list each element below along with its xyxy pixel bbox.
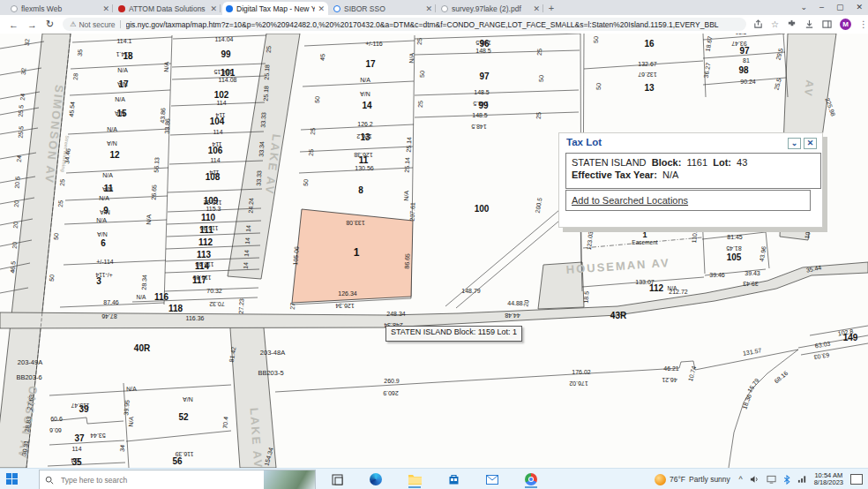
browser-menu-icon[interactable]: ⋮ xyxy=(859,19,868,29)
panel-title: Tax Lot xyxy=(566,137,602,147)
mail-icon[interactable] xyxy=(483,470,501,488)
dimension-label: 25 xyxy=(535,112,542,119)
dimension-label: 81.45 xyxy=(727,234,743,240)
url-text[interactable]: gis.nyc.gov/taxmap/map.htm?z=10&p=%20%20… xyxy=(126,20,719,29)
notification-center-icon[interactable] xyxy=(850,474,863,485)
dimension-label: 114 xyxy=(212,141,221,147)
tray-chevron-icon[interactable]: ^ xyxy=(738,475,742,484)
dimension-label: 114 xyxy=(213,129,222,135)
add-to-searched-locations-link[interactable]: Add to Searched Locations xyxy=(572,195,688,206)
dimension-label: 126.2 xyxy=(356,133,372,139)
dimension-label: BB203-6 xyxy=(16,373,41,381)
panel-close-icon[interactable]: ✕ xyxy=(804,138,817,149)
search-daily-image[interactable] xyxy=(264,470,315,489)
dimension-label: N/A xyxy=(126,386,137,393)
dimension-label: 260.9 xyxy=(383,390,399,396)
tab-flexmls[interactable]: flexmls Web ✕ xyxy=(7,2,113,15)
download-icon[interactable] xyxy=(804,19,814,29)
reload-button[interactable]: ↻ xyxy=(46,19,54,30)
dimension-label: 25.14 xyxy=(406,137,413,153)
tab-close-icon[interactable]: ✕ xyxy=(318,4,325,13)
volume-icon[interactable] xyxy=(750,475,760,484)
window-maximize-button[interactable]: ▢ xyxy=(836,3,844,11)
lot-number-label: 1 xyxy=(354,246,360,259)
dimension-label: N/A xyxy=(117,81,128,87)
taskbar-weather[interactable]: 76°F Partly sunny xyxy=(655,469,730,489)
dimension-label: 50 xyxy=(595,83,602,90)
lot-label: Lot: xyxy=(713,157,731,168)
address-bar[interactable]: ⚠ Not secure gis.nyc.gov/taxmap/map.htm?… xyxy=(63,18,746,31)
dimension-label: 28.34 xyxy=(141,275,148,290)
network-icon[interactable] xyxy=(797,475,807,484)
dimension-label: 90.24 xyxy=(740,79,756,85)
dimension-label: 114.04 xyxy=(215,36,234,42)
dimension-label: N/A xyxy=(360,91,370,97)
block-label: Block: xyxy=(652,157,682,168)
profile-avatar[interactable]: M xyxy=(840,19,851,30)
tab-sibor[interactable]: SIBOR SSO ✕ xyxy=(330,2,436,15)
dimension-label: Easement xyxy=(632,239,657,245)
dimension-label: N/A xyxy=(128,416,135,427)
new-tab-button[interactable]: + xyxy=(545,3,557,14)
dimension-label: 50 xyxy=(314,95,321,102)
bluetooth-icon[interactable] xyxy=(783,475,790,485)
tab-close-icon[interactable]: ✕ xyxy=(425,4,432,13)
dimension-label: 28 xyxy=(72,72,79,79)
tab-close-icon[interactable]: ✕ xyxy=(102,4,109,13)
sibor-favicon-icon xyxy=(333,5,340,12)
display-cast-icon[interactable] xyxy=(767,475,776,484)
tab-close-icon[interactable]: ✕ xyxy=(210,4,217,13)
dimension-label: 25 xyxy=(536,49,542,56)
tax-map-viewport[interactable]: SIMONSON AVLAKE AVLAKE AVONSON AVHOUSEMA… xyxy=(0,34,868,468)
start-button[interactable] xyxy=(0,473,23,486)
not-secure-label[interactable]: Not secure xyxy=(79,20,115,29)
tax-lot-panel: Tax Lot ⌄ ✕ STATEN ISLAND Block: 1161 Lo… xyxy=(558,132,823,228)
taskbar-clock[interactable]: 10:54 AM 8/18/2023 xyxy=(814,472,843,487)
dimension-label: 148.5 xyxy=(474,89,490,95)
dimension-label: N/A xyxy=(107,126,117,132)
tab-survey-pdf[interactable]: survey.97lake (2).pdf ✕ xyxy=(438,2,543,15)
attom-favicon-icon xyxy=(118,5,125,12)
dimension-label: 114.08 xyxy=(219,77,237,83)
search-input[interactable] xyxy=(59,475,239,485)
dimension-label: 114 xyxy=(216,100,226,106)
tax-year-value: N/A xyxy=(662,169,678,180)
dimension-label: 132.67 xyxy=(638,71,657,78)
dimension-label: 39.46 xyxy=(709,272,725,278)
window-minimize-button[interactable]: – xyxy=(819,3,824,11)
dimension-label: 50 xyxy=(49,274,56,281)
share-icon[interactable] xyxy=(753,19,763,29)
window-close-button[interactable]: ✕ xyxy=(856,3,863,11)
panel-collapse-icon[interactable]: ⌄ xyxy=(788,138,801,149)
dimension-label: 33.33 xyxy=(256,170,263,186)
file-explorer-icon[interactable] xyxy=(406,470,423,488)
microsoft-store-icon[interactable] xyxy=(445,470,462,488)
dimension-label: 115.32 xyxy=(203,199,221,206)
dimension-label: N/A xyxy=(137,294,147,300)
dimension-label: 26.65 xyxy=(151,184,158,200)
back-button[interactable]: ← xyxy=(9,19,19,30)
edge-icon[interactable] xyxy=(367,470,385,488)
browser-tab-bar: flexmls Web ✕ ATTOM Data Solutions New Y… xyxy=(0,0,868,15)
bookmark-star-icon[interactable]: ☆ xyxy=(771,19,779,29)
taskbar-search[interactable] xyxy=(39,470,316,489)
task-view-button[interactable] xyxy=(328,470,346,488)
lot-number-label: 118 xyxy=(168,304,183,313)
tab-search-chevron-icon[interactable]: ⌄ xyxy=(800,3,807,11)
forward-button[interactable]: → xyxy=(27,19,37,30)
lot-hover-tooltip: STATEN ISLAND Block: 1159 Lot: 1 xyxy=(385,326,522,342)
chrome-icon[interactable] xyxy=(522,470,540,488)
side-panel-icon[interactable] xyxy=(822,19,832,29)
tab-digital-tax-map[interactable]: Digital Tax Map - New York City ✕ xyxy=(222,2,328,15)
tax-map-svg[interactable]: SIMONSON AVLAKE AVLAKE AVONSON AVHOUSEMA… xyxy=(0,34,868,468)
dimension-label: 116.39 xyxy=(175,451,193,457)
dimension-label: 114 xyxy=(210,157,220,163)
dimension-label: 14 xyxy=(244,237,251,244)
tab-close-icon[interactable]: ✕ xyxy=(533,4,540,13)
dimension-label: 50 xyxy=(303,178,310,185)
not-secure-warning-icon: ⚠ xyxy=(70,20,76,28)
dimension-label: 81.45 xyxy=(726,245,742,252)
tab-attom[interactable]: ATTOM Data Solutions New Yor ✕ xyxy=(115,2,221,15)
dimension-label: 50 xyxy=(538,75,544,82)
extensions-puzzle-icon[interactable] xyxy=(787,19,797,29)
